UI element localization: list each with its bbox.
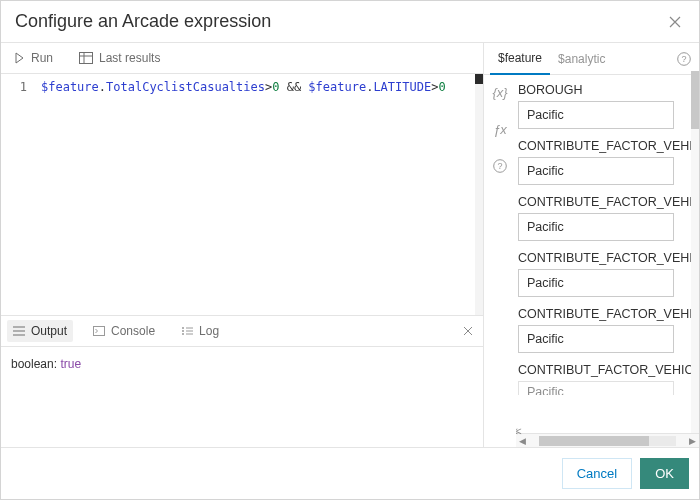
vertical-scrollbar[interactable] (691, 71, 699, 433)
dialog-title: Configure an Arcade expression (15, 11, 271, 32)
collapse-panel-button[interactable]: << (516, 426, 520, 437)
svg-rect-6 (94, 327, 105, 336)
line-number: 1 (1, 80, 27, 94)
variables-button[interactable]: {x} (492, 85, 507, 100)
left-pane: Run Last results 1 $feature.TotalCyclist… (1, 43, 484, 447)
code-line[interactable]: $feature.TotalCyclistCasualties>0 && $fe… (37, 74, 475, 315)
field-value: Pacific (518, 381, 674, 395)
run-button[interactable]: Run (9, 49, 57, 67)
cancel-button[interactable]: Cancel (562, 458, 632, 489)
tab-console-label: Console (111, 324, 155, 338)
right-pane: $feature $analytic ? {x} ƒx ? (484, 43, 699, 447)
tab-output-label: Output (31, 324, 67, 338)
field-name: CONTRIBUTE_FACTOR_VEHICLE (518, 307, 697, 321)
field-row[interactable]: CONTRIBUTE_FACTOR_VEHICLEPacific (518, 139, 697, 185)
svg-text:?: ? (497, 161, 502, 171)
output-panel: boolean: true (1, 347, 483, 447)
result-tabs: Output Console Log (1, 315, 483, 347)
code-editor[interactable]: 1 $feature.TotalCyclistCasualties>0 && $… (1, 74, 483, 315)
field-row[interactable]: CONTRIBUTE_FACTOR_VEHICLEPacific (518, 195, 697, 241)
help-icon: ? (677, 52, 691, 66)
token-num: 0 (438, 80, 445, 94)
svg-text:?: ? (681, 54, 686, 64)
strip-help-button[interactable]: ? (493, 159, 507, 173)
run-label: Run (31, 51, 53, 65)
vscroll-thumb[interactable] (691, 71, 699, 129)
token-var: $feature (41, 80, 99, 94)
tab-feature[interactable]: $feature (490, 43, 550, 75)
log-icon (181, 326, 193, 336)
output-value: true (60, 357, 81, 371)
output-icon (13, 326, 25, 336)
token-dot: . (99, 80, 106, 94)
field-value: Pacific (518, 213, 674, 241)
last-results-label: Last results (99, 51, 160, 65)
field-row[interactable]: CONTRIBUT_FACTOR_VEHICLE_Pacific (518, 363, 697, 395)
dialog-body: Run Last results 1 $feature.TotalCyclist… (1, 42, 699, 447)
editor-minimap[interactable] (475, 74, 483, 315)
right-side: {x} ƒx ? BOROUGHPacificCONTRIBUTE_FACTOR… (484, 75, 699, 447)
token-prop: TotalCyclistCasualties (106, 80, 265, 94)
last-results-button[interactable]: Last results (75, 49, 164, 67)
help-button[interactable]: ? (675, 46, 693, 72)
horizontal-scrollbar[interactable]: ◀ ▶ (516, 433, 699, 447)
field-name: BOROUGH (518, 83, 697, 97)
svg-point-9 (182, 330, 184, 332)
ok-button[interactable]: OK (640, 458, 689, 489)
close-button[interactable] (665, 12, 685, 32)
arcade-expression-dialog: Configure an Arcade expression Run (0, 0, 700, 500)
field-value: Pacific (518, 269, 674, 297)
scroll-right-icon[interactable]: ▶ (686, 436, 699, 446)
results-icon (79, 52, 93, 64)
editor-gutter: 1 (1, 74, 37, 315)
tab-console[interactable]: Console (87, 320, 161, 342)
dialog-footer: Cancel OK (1, 447, 699, 499)
functions-button[interactable]: ƒx (493, 122, 507, 137)
field-row[interactable]: BOROUGHPacific (518, 83, 697, 129)
svg-rect-0 (80, 53, 93, 64)
field-value: Pacific (518, 157, 674, 185)
right-strip: {x} ƒx ? (484, 75, 516, 447)
close-icon (463, 326, 473, 336)
help-icon: ? (493, 159, 507, 173)
tab-log-label: Log (199, 324, 219, 338)
right-content: BOROUGHPacificCONTRIBUTE_FACTOR_VEHICLEP… (516, 75, 699, 447)
field-value: Pacific (518, 325, 674, 353)
field-value: Pacific (518, 101, 674, 129)
output-type: boolean: (11, 357, 60, 371)
scroll-track[interactable] (539, 436, 676, 446)
token-var: $feature (308, 80, 366, 94)
fields-list[interactable]: BOROUGHPacificCONTRIBUTE_FACTOR_VEHICLEP… (516, 75, 699, 433)
results-close-button[interactable] (459, 324, 477, 338)
field-row[interactable]: CONTRIBUTE_FACTOR_VEHICLEPacific (518, 251, 697, 297)
token-prop: LATITUDE (373, 80, 431, 94)
field-name: CONTRIBUTE_FACTOR_VEHICLE (518, 195, 697, 209)
tab-log[interactable]: Log (175, 320, 225, 342)
editor-toolbar: Run Last results (1, 43, 483, 74)
scroll-left-icon[interactable]: ◀ (516, 436, 529, 446)
field-name: CONTRIBUT_FACTOR_VEHICLE_ (518, 363, 697, 377)
svg-point-7 (182, 327, 184, 329)
close-icon (669, 16, 681, 28)
field-row[interactable]: CONTRIBUTE_FACTOR_VEHICLEPacific (518, 307, 697, 353)
tab-output[interactable]: Output (7, 320, 73, 342)
token-and: && (279, 80, 308, 94)
field-name: CONTRIBUTE_FACTOR_VEHICLE (518, 139, 697, 153)
workarea: Run Last results 1 $feature.TotalCyclist… (1, 43, 699, 447)
play-icon (13, 52, 25, 64)
titlebar: Configure an Arcade expression (1, 1, 699, 42)
tab-analytic[interactable]: $analytic (550, 44, 613, 74)
console-icon (93, 326, 105, 336)
scroll-thumb[interactable] (539, 436, 649, 446)
profile-tabs: $feature $analytic ? (484, 43, 699, 75)
field-name: CONTRIBUTE_FACTOR_VEHICLE (518, 251, 697, 265)
svg-point-11 (182, 333, 184, 335)
